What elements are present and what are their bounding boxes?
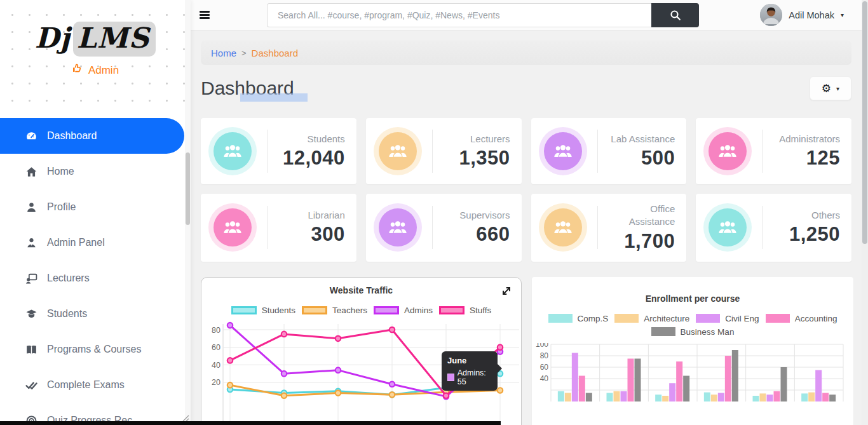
stat-divider [432, 206, 433, 249]
chart-title: Website Traffic [201, 285, 521, 295]
stat-card: Office Assistance 1,700 [531, 194, 687, 262]
expand-icon[interactable] [501, 285, 512, 297]
sidebar-item-label: Complete Exams [47, 379, 125, 391]
user-menu[interactable]: Adil Mohak ▾ [760, 4, 844, 26]
legend-item[interactable]: Architecture [614, 314, 689, 323]
breadcrumb: Home > Dashboard [201, 41, 851, 65]
svg-text:80: 80 [212, 325, 220, 334]
content: Home > Dashboard Dashboard ⚙ ▾ [191, 30, 862, 425]
people-group-icon [552, 220, 574, 235]
bar-chart[interactable]: 100806040 [532, 343, 853, 425]
breadcrumb-home-link[interactable]: Home [211, 48, 236, 58]
sidebar-item-complete-exams[interactable]: Complete Exams [0, 367, 191, 403]
logo-text-primary: Dj [35, 22, 71, 54]
people-group-icon [222, 144, 243, 159]
app-logo[interactable]: DjLMS [0, 0, 191, 54]
sidebar-item-dashboard[interactable]: Dashboard [0, 118, 184, 154]
sidebar-item-profile[interactable]: Profile [0, 189, 191, 225]
chevron-down-icon: ▾ [841, 11, 844, 18]
search-input[interactable] [267, 3, 651, 27]
stat-divider [267, 206, 268, 249]
stats-grid: Students 12,040 Lecturers 1,350 [201, 118, 851, 262]
legend-label: Business Man [681, 327, 735, 337]
legend-swatch [302, 306, 327, 314]
sidebar-item-label: Admin Panel [47, 237, 105, 248]
legend-item[interactable]: Accounting [766, 314, 837, 323]
stat-icon-halo [703, 127, 752, 175]
legend-item[interactable]: Admins [374, 306, 433, 315]
graduate-icon [25, 308, 37, 320]
page-scrollbar-track[interactable] [862, 0, 868, 425]
hamburger-menu-icon[interactable] [200, 10, 210, 21]
sidebar-item-admin-panel[interactable]: Admin Panel [0, 225, 191, 260]
legend-label: Stuffs [470, 306, 491, 315]
stat-divider [267, 130, 268, 173]
stat-label: Administrators [779, 133, 840, 145]
stat-card: Administrators 125 [696, 118, 851, 184]
svg-text:40: 40 [540, 374, 549, 383]
legend-label: Accounting [795, 314, 837, 323]
people-group-icon [552, 144, 574, 159]
stat-icon-bubble [709, 208, 747, 246]
sidebar-item-home[interactable]: Home [0, 154, 191, 189]
stat-label: Students [308, 133, 345, 145]
admin-link[interactable]: Admin [0, 63, 191, 78]
svg-text:80: 80 [540, 351, 549, 360]
stat-value: 12,040 [283, 147, 345, 170]
sidebar-item-programs-courses[interactable]: Programs & Courses [0, 332, 191, 367]
stat-card: Others 1,250 [696, 194, 851, 262]
person-icon [25, 201, 37, 213]
sidebar-item-lecturers[interactable]: Lecturers [0, 260, 191, 296]
stat-card: Students 12,040 [201, 118, 356, 184]
page-scrollbar-thumb[interactable] [862, 1, 867, 244]
sidebar-item-label: Lecturers [47, 273, 90, 284]
stat-divider [432, 130, 433, 173]
sidebar-header: DjLMS Admin [0, 0, 191, 113]
search-group [267, 3, 699, 27]
legend-label: Architecture [644, 314, 689, 323]
main-area: Adil Mohak ▾ Home > Dashboard Dashboard … [191, 0, 862, 425]
legend-label: Teachers [332, 306, 367, 315]
sidebar-item-students[interactable]: Students [0, 296, 191, 332]
sidebar-scrollbar-thumb[interactable] [186, 152, 190, 225]
legend-label: Admins [404, 306, 433, 315]
legend-item[interactable]: Stuffs [439, 306, 491, 315]
tooltip-arrow [498, 364, 502, 373]
enrollment-card: Enrollment per course Comp.SArchitecture… [532, 277, 853, 425]
stat-card: Lab Assistance 500 [531, 118, 687, 184]
svg-text:60: 60 [540, 363, 549, 372]
stat-label: Librarian [308, 209, 344, 222]
tooltip-series-swatch [447, 374, 454, 381]
app-screen: DjLMS Admin Dashboard Home [0, 0, 868, 425]
legend-swatch [614, 314, 639, 323]
website-traffic-card: Website Traffic StudentsTeachersAdminsSt… [201, 277, 522, 425]
stat-icon-bubble [544, 208, 582, 246]
admin-link-label: Admin [88, 64, 119, 77]
breadcrumb-separator: > [241, 48, 247, 58]
sidebar: DjLMS Admin Dashboard Home [0, 0, 191, 425]
settings-button[interactable]: ⚙ ▾ [810, 76, 851, 100]
stat-icon-halo [703, 203, 752, 252]
legend-item[interactable]: Civil Eng [696, 314, 759, 323]
stat-icon-halo [208, 127, 257, 175]
stat-value: 660 [476, 223, 510, 246]
svg-text:40: 40 [212, 360, 220, 369]
stat-icon-bubble [214, 208, 252, 246]
legend-item[interactable]: Teachers [302, 306, 367, 315]
search-button[interactable] [651, 3, 699, 27]
stat-value: 1,700 [624, 230, 675, 253]
legend-swatch [231, 306, 257, 314]
sidebar-item-label: Dashboard [47, 130, 97, 142]
chart-title: Enrollment per course [532, 293, 853, 304]
stat-value: 500 [641, 147, 675, 170]
legend-item[interactable]: Business Man [651, 327, 735, 337]
stat-divider [762, 206, 763, 249]
legend-item[interactable]: Comp.S [548, 314, 609, 323]
stat-icon-halo [374, 203, 422, 252]
legend-item[interactable]: Students [231, 306, 295, 315]
stat-icon-bubble [379, 132, 417, 170]
search-icon [670, 10, 681, 21]
chart-tooltip: June Admins: 55 [442, 351, 498, 391]
sidebar-item-label: Programs & Courses [47, 344, 142, 355]
legend-swatch [548, 314, 573, 323]
